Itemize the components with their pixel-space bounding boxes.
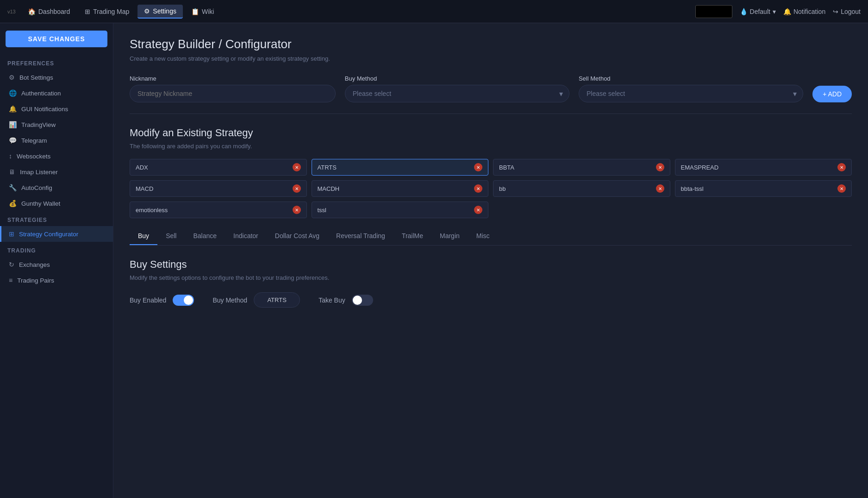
sidebar-item-strategy-configurator[interactable]: ⊞ Strategy Configurator [0,226,113,242]
buy-settings-title: Buy Settings [130,258,852,271]
sidebar-item-imap-listener-label: Imap Listener [20,169,58,176]
sidebar-item-websockets[interactable]: ↕ Websockets [0,148,113,164]
nav-trading-map[interactable]: ⊞ Trading Map [78,5,136,18]
nav-trading-map-label: Trading Map [93,8,129,15]
strategy-tag[interactable]: bbta-tssl ✕ [675,180,852,197]
sidebar-item-trading-pairs-label: Trading Pairs [17,277,54,284]
sidebar-item-exchanges-label: Exchanges [19,261,50,268]
strategy-tag[interactable]: bb ✕ [493,180,670,197]
default-dropdown[interactable]: 💧 Default ▾ [740,8,776,15]
main-content: Strategy Builder / Configurator Create a… [113,23,868,498]
preferences-section-label: Preferences [0,55,113,69]
strategy-tag[interactable]: MACD ✕ [130,180,307,197]
tradingview-icon: 📊 [9,121,17,128]
tab-trailme[interactable]: TrailMe [393,227,431,245]
strategy-tag-remove-button[interactable]: ✕ [837,163,846,171]
strategy-tag-remove-button[interactable]: ✕ [474,206,482,214]
buy-method-value: ATRTS [254,292,300,308]
strategy-tag[interactable]: ATRTS ✕ [312,159,489,176]
tab-misc[interactable]: Misc [468,227,498,245]
nickname-input[interactable] [130,85,336,102]
nav-wiki-label: Wiki [202,8,214,15]
exchanges-icon: ↻ [9,261,14,268]
tab-dollar-cost-avg[interactable]: Dollar Cost Avg [267,227,328,245]
websockets-icon: ↕ [9,152,12,160]
chevron-down-icon: ▾ [773,8,776,15]
buy-settings-row: Buy Enabled Buy Method ATRTS Take Buy [130,292,852,308]
sidebar-item-gunthy-wallet[interactable]: 💰 Gunthy Wallet [0,195,113,211]
strategy-configurator-icon: ⊞ [9,230,14,238]
tab-sell[interactable]: Sell [157,227,185,245]
modify-section-title: Modify an Existing Strategy [130,127,852,139]
strategy-tag[interactable]: MACDH ✕ [312,180,489,197]
authentication-icon: 🌐 [9,89,17,97]
color-picker[interactable] [695,5,732,18]
strategies-section-label: Strategies [0,211,113,226]
buy-method-select[interactable]: Please select [345,85,569,102]
sell-method-select[interactable]: Please select [579,85,803,102]
tab-buy[interactable]: Buy [130,227,157,245]
nickname-group: Nickname [130,75,336,102]
sell-method-select-wrapper: Please select [579,85,803,102]
autoconfig-icon: 🔧 [9,184,17,191]
sidebar-item-imap-listener[interactable]: 🖥 Imap Listener [0,164,113,180]
buy-enabled-toggle[interactable] [173,295,194,306]
sidebar-item-exchanges[interactable]: ↻ Exchanges [0,257,113,272]
tab-indicator[interactable]: Indicator [225,227,267,245]
strategy-tag[interactable]: ADX ✕ [130,159,307,176]
toggle-knob [184,296,193,305]
tab-balance[interactable]: Balance [185,227,225,245]
strategy-tag-name: bbta-tssl [681,185,834,192]
buy-method-select-wrapper: Please select [345,85,569,102]
logout-btn[interactable]: ↪ Logout [833,8,861,15]
strategy-tag-remove-button[interactable]: ✕ [474,163,482,171]
strategy-tag[interactable]: BBTA ✕ [493,159,670,176]
main-layout: SAVE CHANGES Preferences ⚙ Bot Settings … [0,23,868,498]
strategy-tag-remove-button[interactable]: ✕ [293,163,301,171]
trading-section-label: Trading [0,242,113,257]
buy-method-group: Buy Method Please select [345,75,569,102]
take-buy-knob [353,296,362,305]
buy-method-setting-label: Buy Method [212,296,247,304]
strategy-tag-remove-button[interactable]: ✕ [474,184,482,193]
sell-method-group: Sell Method Please select [579,75,803,102]
add-strategy-button[interactable]: + ADD [812,86,852,102]
strategy-tag[interactable]: emotionless ✕ [130,202,307,218]
topnav-right: 💧 Default ▾ 🔔 Notification ↪ Logout [695,5,861,18]
strategy-tag-remove-button[interactable]: ✕ [837,184,846,193]
sidebar-item-bot-settings[interactable]: ⚙ Bot Settings [0,69,113,85]
strategy-tag-remove-button[interactable]: ✕ [293,206,301,214]
strategy-tag-remove-button[interactable]: ✕ [293,184,301,193]
nav-dashboard[interactable]: 🏠 Dashboard [21,5,77,18]
sidebar-item-telegram-label: Telegram [21,137,47,144]
nav-dashboard-label: Dashboard [38,8,70,15]
sidebar-item-authentication[interactable]: 🌐 Authentication [0,85,113,101]
nav-settings[interactable]: ⚙ Settings [137,5,183,19]
strategy-tag-remove-button[interactable]: ✕ [656,184,664,193]
take-buy-toggle[interactable] [352,295,373,306]
page-subtitle: Create a new custom strategy setting or … [130,55,852,62]
bot-settings-icon: ⚙ [9,74,15,81]
buy-enabled-item: Buy Enabled [130,295,194,306]
buy-method-label: Buy Method [345,75,569,82]
sidebar-item-gui-notifications[interactable]: 🔔 GUI Notifications [0,101,113,117]
notification-btn[interactable]: 🔔 Notification [783,8,825,15]
strategy-tag-name: BBTA [499,164,652,171]
bell-icon: 🔔 [783,8,791,15]
sidebar-item-trading-pairs[interactable]: ≡ Trading Pairs [0,272,113,288]
save-changes-button[interactable]: SAVE CHANGES [6,31,107,47]
nav-wiki[interactable]: 📋 Wiki [185,5,220,18]
section-divider [130,113,852,114]
strategy-tag-remove-button[interactable]: ✕ [656,163,664,171]
sidebar-item-bot-settings-label: Bot Settings [19,74,53,81]
sidebar-item-tradingview[interactable]: 📊 TradingView [0,117,113,132]
tab-margin[interactable]: Margin [431,227,468,245]
strategy-tag[interactable]: EMASPREAD ✕ [675,159,852,176]
sidebar-item-telegram[interactable]: 💬 Telegram [0,132,113,148]
sidebar-item-autoconfig[interactable]: 🔧 AutoConfig [0,180,113,195]
strategy-tag[interactable]: tssl ✕ [312,202,489,218]
dashboard-icon: 🏠 [28,8,36,15]
tab-reversal-trading[interactable]: Reversal Trading [328,227,393,245]
buy-method-item: Buy Method ATRTS [212,292,300,308]
modify-section-subtitle: The following are added pairs you can mo… [130,143,852,150]
